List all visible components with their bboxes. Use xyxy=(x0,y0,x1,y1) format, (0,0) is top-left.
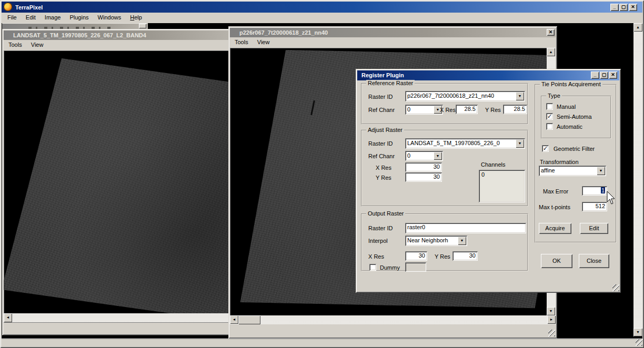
reference-xres-label: X Res xyxy=(440,107,456,113)
check-icon: ✓ xyxy=(547,113,552,119)
adjust-raster-group: Adjust Raster Raster ID LANDSAT_5_TM_199… xyxy=(361,130,528,207)
dialog-resize-grip[interactable] xyxy=(612,284,619,291)
landsat-window: LANDSAT_5_TM_19970805_226_067_L2_BAND4 T… xyxy=(2,29,236,335)
output-interpol-combobox[interactable]: Near Neighborh ▼ xyxy=(405,236,467,246)
dialog-maximize-icon[interactable]: ▢ xyxy=(600,71,608,79)
chevron-down-icon[interactable]: ▼ xyxy=(597,167,605,175)
edit-button[interactable]: Edit xyxy=(580,223,608,234)
adjust-yres-field[interactable]: 30 xyxy=(405,172,442,182)
chevron-down-icon[interactable]: ▼ xyxy=(434,152,442,160)
app-resize-grip[interactable] xyxy=(636,339,642,346)
chevron-down-icon[interactable]: ▼ xyxy=(458,237,466,245)
reference-ref-chan-label: Ref Chanr xyxy=(368,107,395,113)
scroll-up-icon[interactable]: ▲ xyxy=(633,23,642,32)
menu-edit[interactable]: Edit xyxy=(22,13,39,22)
semi-automatic-checkbox[interactable]: ✓ xyxy=(546,113,553,120)
p226-menu-tools[interactable]: Tools xyxy=(231,37,252,47)
p226-window-title: p226r067_7t20000618_z21_nn40 xyxy=(230,28,556,37)
landsat-menu-tools[interactable]: Tools xyxy=(5,40,26,49)
output-raster-legend: Output Raster xyxy=(366,210,405,217)
background-vertical-scrollbar[interactable]: ▲ ▼ xyxy=(633,23,642,336)
menu-image[interactable]: Image xyxy=(41,13,65,22)
app-statusbar xyxy=(2,339,642,346)
output-xres-field[interactable]: 30 xyxy=(405,251,427,261)
output-yres-label: Y Res xyxy=(435,253,450,260)
dummy-checkbox[interactable] xyxy=(369,264,376,271)
app-titlebar[interactable]: TerraPixel _ ▢ ✕ xyxy=(2,2,642,13)
transformation-combobox[interactable]: affine ▼ xyxy=(539,166,606,176)
maximize-icon[interactable]: ▢ xyxy=(619,4,628,11)
landsat-window-title: LANDSAT_5_TM_19970805_226_067_L2_BAND4 xyxy=(4,30,234,40)
semi-automatic-label: Semi-Automa xyxy=(557,114,592,120)
adjust-ref-chan-combobox[interactable]: 0 ▼ xyxy=(405,151,443,161)
scroll-down-icon[interactable]: ▼ xyxy=(547,307,555,315)
adjust-xres-field[interactable]: 30 xyxy=(405,162,442,172)
output-raster-id-field[interactable]: raster0 xyxy=(405,223,526,233)
scroll-right-icon[interactable]: ► xyxy=(547,315,556,324)
landsat-image-viewport[interactable] xyxy=(4,50,234,313)
geometric-filter-label: Geometric Filter xyxy=(554,146,595,152)
dummy-label: Dummy xyxy=(380,264,400,271)
p226-close-icon[interactable]: ✕ xyxy=(547,29,555,36)
scroll-left-icon[interactable]: ◄ xyxy=(4,313,12,322)
adjust-raster-legend: Adjust Raster xyxy=(366,127,404,133)
reference-raster-id-label: Raster ID xyxy=(368,94,393,100)
landsat-menu-view[interactable]: View xyxy=(27,40,47,49)
close-icon[interactable]: ✕ xyxy=(629,4,637,11)
dialog-minimize-icon[interactable]: _ xyxy=(591,71,599,79)
menu-file[interactable]: File xyxy=(4,13,21,22)
landsat-menubar: Tools View xyxy=(4,40,234,50)
p226-status-strip xyxy=(230,324,556,337)
ok-button[interactable]: OK xyxy=(541,254,572,268)
scroll-down-icon[interactable]: ▼ xyxy=(633,328,642,336)
adjust-raster-id-label: Raster ID xyxy=(368,140,393,147)
output-raster-group: Output Raster Raster ID raster0 Interpol… xyxy=(361,213,528,271)
menu-windows[interactable]: Windows xyxy=(94,13,125,22)
minimize-icon[interactable]: _ xyxy=(610,4,619,11)
dialog-titlebar[interactable]: Register Plugin _ ▢ ✕ xyxy=(357,70,619,80)
channels-label: Channels xyxy=(481,161,505,168)
dialog-close-icon[interactable]: ✕ xyxy=(609,71,617,79)
output-xres-label: X Res xyxy=(368,253,384,260)
mouse-cursor xyxy=(607,191,618,205)
transformation-label: Transformation xyxy=(540,159,579,165)
landsat-titlebar[interactable]: LANDSAT_5_TM_19970805_226_067_L2_BAND4 xyxy=(4,30,234,40)
landsat-satellite-image[interactable] xyxy=(4,58,234,313)
p226-menu-view[interactable]: View xyxy=(254,37,274,47)
reference-yres-field[interactable]: 28.5 xyxy=(503,105,527,114)
p226-titlebar[interactable]: p226r067_7t20000618_z21_nn40 ✕ xyxy=(230,28,556,37)
scrollbar-thumb[interactable] xyxy=(238,315,260,324)
hidden-window-caption-button[interactable] xyxy=(139,24,146,28)
max-error-field[interactable]: 1 xyxy=(582,186,607,196)
reference-xres-field[interactable]: 28.5 xyxy=(456,105,478,114)
channels-list-item[interactable]: 0 xyxy=(481,171,522,178)
app-icon[interactable] xyxy=(4,3,12,11)
scroll-left-icon[interactable]: ◄ xyxy=(230,315,238,324)
close-button[interactable]: Close xyxy=(579,254,609,268)
reference-raster-id-combobox[interactable]: p226r067_7t20000618_z21_nn40 ▼ xyxy=(405,91,525,101)
p226-resize-grip[interactable] xyxy=(548,330,555,336)
landsat-status-strip xyxy=(4,322,234,334)
reference-ref-chan-combobox[interactable]: 0 ▼ xyxy=(405,105,443,115)
output-interpol-label: Interpol xyxy=(368,238,388,244)
automatic-checkbox[interactable] xyxy=(546,123,553,130)
menu-help[interactable]: Help xyxy=(126,13,146,22)
chevron-down-icon[interactable]: ▼ xyxy=(516,92,524,100)
acquire-button[interactable]: Acquire xyxy=(539,223,571,234)
adjust-raster-id-combobox[interactable]: LANDSAT_5_TM_19970805_226_0 ▼ xyxy=(405,138,525,149)
app-title: TerraPixel xyxy=(15,3,43,12)
scroll-up-icon[interactable]: ▲ xyxy=(547,48,555,56)
channels-listbox[interactable]: 0 xyxy=(479,170,525,202)
reference-raster-group: Reference Raster Raster ID p226r067_7t20… xyxy=(361,83,528,125)
chevron-down-icon[interactable]: ▼ xyxy=(516,139,524,148)
adjust-xres-label: X Res xyxy=(376,165,391,171)
landsat-horizontal-scrollbar[interactable]: ◄ xyxy=(4,313,234,322)
output-yres-field[interactable]: 30 xyxy=(452,251,478,261)
manual-checkbox[interactable] xyxy=(546,103,553,110)
max-tpoints-field[interactable]: 512 xyxy=(582,202,607,211)
hidden-window-titlebar[interactable] xyxy=(2,23,148,29)
menu-plugins[interactable]: Plugins xyxy=(66,13,92,22)
geometric-filter-checkbox[interactable]: ✓ xyxy=(542,145,549,152)
max-error-label: Max Error xyxy=(543,188,568,195)
p226-horizontal-scrollbar[interactable]: ◄ ► xyxy=(230,315,556,324)
